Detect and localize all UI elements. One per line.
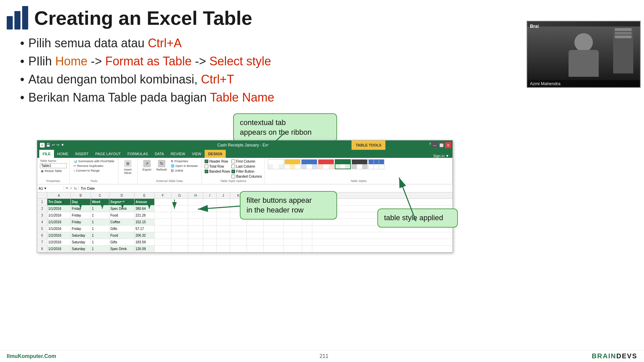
insert-slicer-button[interactable]: ⊞ Insert Slicer	[121, 159, 135, 175]
tab-view[interactable]: VIEW	[189, 150, 205, 158]
ribbon-group-tools: 📊 Summarize with PivotTable ✂ Remove Dup…	[70, 159, 118, 183]
header-row-checkbox[interactable]: ✓ Header Row	[205, 159, 230, 164]
total-row-checkbox[interactable]: Total Row	[205, 164, 230, 169]
excel-title: Cash Receipts January - Excel	[217, 143, 272, 147]
excel-icon: X	[40, 143, 45, 147]
tab-insert[interactable]: INSERT	[72, 150, 92, 158]
tab-home[interactable]: HOME	[54, 150, 72, 158]
banded-rows-checkbox[interactable]: ✓ Banded Rows	[205, 169, 230, 174]
redo-icon[interactable]: ↪	[56, 143, 59, 147]
insert-function-icon[interactable]: fx	[74, 186, 77, 190]
help-icon[interactable]: ?	[429, 142, 431, 148]
table-style-swatch[interactable]	[268, 159, 284, 169]
summarize-pivot-button[interactable]: 📊 Summarize with PivotTable	[72, 159, 115, 163]
col-header-f: F	[155, 192, 171, 198]
header-cell-b1[interactable]: Day▼	[71, 199, 91, 205]
tab-formulas[interactable]: FORMULAS	[124, 150, 151, 158]
ribbon-group-properties: Table Name: ▦ Resize Table Properties	[37, 159, 70, 183]
table-style-swatch[interactable]	[284, 159, 301, 169]
table-style-swatch[interactable]	[368, 159, 384, 169]
tab-design[interactable]: DESIGN	[205, 150, 225, 158]
col-header-g: G	[171, 192, 188, 198]
header-cell-c1[interactable]: Week▼	[91, 199, 109, 205]
tab-data[interactable]: DATA	[151, 150, 167, 158]
ribbon-group-style-options: ✓ Header Row Total Row ✓ Banded Rows	[202, 159, 265, 183]
ribbon-group-table-styles: Table Styles	[265, 159, 452, 183]
table-name-label: Table Name:	[40, 159, 67, 163]
video-thumbnail: Brai Azmi Mahendra	[527, 21, 641, 88]
undo-icon[interactable]: ↩	[52, 143, 55, 147]
more-icon: ▼	[61, 143, 64, 147]
excel-titlebar: X 💾 ↩ ↪ ▼ Cash Receipts January - Excel …	[37, 140, 452, 150]
col-header-d: D	[109, 192, 135, 198]
callout-filter: filter buttons appear in the header row	[240, 191, 337, 220]
confirm-formula-icon[interactable]: ✓	[70, 186, 73, 190]
col-header-b: B	[71, 192, 91, 198]
footer-brand: IlmuKomputer.Com	[7, 353, 56, 359]
tab-review[interactable]: REVIEW	[167, 150, 189, 158]
convert-to-range-button[interactable]: ↕ Convert to Range	[72, 169, 115, 173]
filter-button-checkbox[interactable]: ✓ Filter Button	[231, 169, 262, 174]
table-tools-label: TABLE TOOLS	[352, 140, 385, 150]
first-column-checkbox[interactable]: First Column	[231, 159, 262, 164]
banded-columns-checkbox[interactable]: Banded Columns	[231, 174, 262, 179]
resize-table-button[interactable]: ▦ Resize Table	[40, 169, 67, 173]
table-row: 6 1/2/2016 Saturday 1 Food 206.32	[37, 232, 452, 239]
last-column-checkbox[interactable]: Last Column	[231, 164, 262, 169]
tab-page-layout[interactable]: PAGE LAYOUT	[92, 150, 124, 158]
refresh-button[interactable]: ↻ Refresh	[155, 159, 168, 172]
logo-bar-1	[7, 16, 13, 29]
table-style-swatch[interactable]	[352, 159, 368, 169]
save-icon[interactable]: 💾	[46, 143, 51, 147]
formula-content: Trn Date	[79, 186, 452, 190]
ribbon-tabs: FILE HOME INSERT PAGE LAYOUT FORMULAS DA…	[37, 150, 452, 158]
table-name-input[interactable]	[40, 163, 67, 168]
table-style-swatch[interactable]	[301, 159, 317, 169]
callout-ribbon: contextual tab appears on the ribbon	[233, 113, 337, 142]
table-row: 8 1/2/2016 Saturday 1 Spec Drink 126.09	[37, 246, 452, 252]
bullet-4: • Berikan Nama Table pada bagian Table N…	[20, 90, 634, 105]
table-style-swatch[interactable]	[318, 159, 334, 169]
remove-duplicates-button[interactable]: ✂ Remove Duplicates	[72, 164, 115, 168]
col-header-i: I	[203, 192, 217, 198]
header-cell-e1[interactable]: Amoun▼	[135, 199, 155, 205]
ribbon-group-slicer: ⊞ Insert Slicer	[118, 159, 138, 183]
ribbon-group-external: ↗ Export ↻ Refresh ⚙ Properties 🌐 Open i…	[138, 159, 202, 183]
header-cell-a1[interactable]: Trn Date▼	[47, 199, 71, 205]
logo	[7, 6, 28, 29]
col-header-j: J	[217, 192, 230, 198]
callout-style: table style applied	[377, 208, 458, 228]
video-person-name: Azmi Mahendra	[527, 80, 640, 87]
video-person	[527, 26, 640, 80]
logo-bar-2	[14, 11, 20, 29]
col-header-h: H	[188, 192, 203, 198]
footer-page-number: 211	[320, 353, 329, 359]
header-cell-d1[interactable]: Segment▼	[109, 199, 135, 205]
col-header-e: E	[135, 192, 155, 198]
table-row: 7 1/2/2016 Saturday 1 Gifts 183.59	[37, 239, 452, 246]
unlink-button[interactable]: ⛓ Unlink	[170, 169, 199, 173]
table-style-swatch[interactable]	[335, 159, 351, 169]
footer-logo: BRAINDEVS	[592, 352, 637, 360]
export-button[interactable]: ↗ Export	[140, 159, 154, 172]
open-browser-button[interactable]: 🌐 Open in Browser	[170, 164, 199, 168]
tab-file[interactable]: FILE	[39, 150, 54, 158]
footer: IlmuKomputer.Com 211 BRAINDEVS	[0, 350, 644, 362]
page-title: Creating an Excel Table	[34, 7, 252, 29]
minimize-button[interactable]: —	[432, 142, 438, 148]
restore-button[interactable]: ⬜	[438, 142, 444, 148]
logo-bar-3	[22, 6, 28, 29]
signin-button[interactable]: Sign in ▼	[433, 154, 452, 158]
excel-ribbon: Table Name: ▦ Resize Table Properties	[37, 158, 452, 184]
col-header-a: A	[47, 192, 71, 198]
cancel-formula-icon[interactable]: ✕	[65, 186, 68, 190]
properties-button[interactable]: ⚙ Properties	[170, 159, 199, 163]
col-header-c: C	[91, 192, 109, 198]
cell-reference[interactable]: A1 ▼	[37, 186, 64, 190]
close-button[interactable]: ✕	[445, 142, 451, 148]
